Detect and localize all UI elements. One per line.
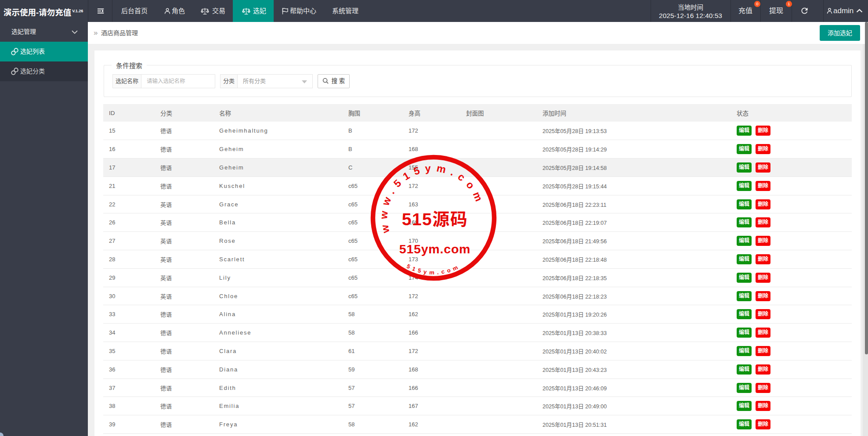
svg-text:515源码: 515源码 bbox=[402, 210, 468, 229]
svg-text:515ym.com: 515ym.com bbox=[399, 242, 470, 256]
